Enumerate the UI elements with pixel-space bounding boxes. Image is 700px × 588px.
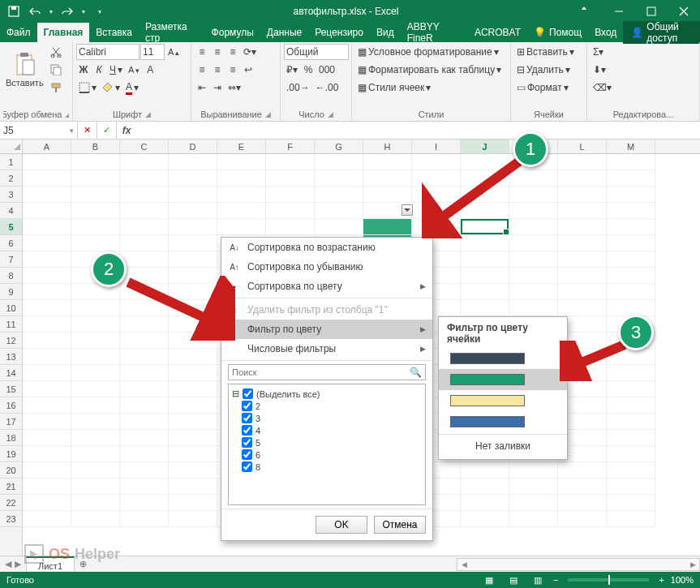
cut-icon[interactable] — [48, 44, 64, 60]
cell[interactable] — [169, 154, 217, 170]
increase-indent-icon[interactable]: ⇥ — [210, 79, 225, 96]
fill-icon[interactable]: ⬇▾ — [590, 62, 608, 78]
cell[interactable] — [607, 154, 655, 170]
cell[interactable] — [558, 170, 607, 187]
maximize-icon[interactable] — [635, 0, 668, 23]
row-header-5[interactable]: 5 — [0, 219, 22, 235]
row-header-10[interactable]: 10 — [0, 300, 22, 316]
dialog-launcher-icon[interactable]: ◢ — [65, 110, 69, 118]
row-header-21[interactable]: 21 — [0, 479, 22, 495]
cell[interactable] — [169, 300, 217, 316]
cell[interactable] — [412, 219, 461, 235]
decrease-indent-icon[interactable]: ⇤ — [195, 79, 209, 96]
cell[interactable] — [71, 495, 120, 511]
cell[interactable] — [315, 219, 363, 235]
cell[interactable] — [509, 251, 558, 268]
minimize-icon[interactable] — [603, 0, 635, 23]
cell[interactable] — [120, 365, 169, 381]
cell[interactable] — [607, 397, 655, 414]
cell[interactable] — [363, 219, 412, 235]
cell[interactable] — [607, 414, 655, 430]
cell[interactable] — [461, 251, 509, 268]
cell[interactable] — [607, 235, 655, 251]
cell[interactable] — [71, 349, 120, 365]
normal-view-icon[interactable]: ▦ — [480, 573, 498, 586]
cell[interactable] — [23, 446, 71, 462]
cell[interactable] — [363, 170, 412, 187]
cell[interactable] — [23, 154, 71, 170]
number-format-select[interactable] — [284, 44, 349, 60]
cell[interactable] — [71, 333, 120, 349]
cell[interactable] — [120, 349, 169, 365]
qat-customize-icon[interactable]: ▾ — [91, 2, 109, 20]
cell[interactable] — [509, 495, 558, 511]
wrap-text-icon[interactable]: ↩ — [241, 62, 256, 78]
paste-button[interactable]: Вставить — [3, 44, 46, 96]
row-header-17[interactable]: 17 — [0, 414, 22, 430]
cell[interactable] — [120, 284, 169, 300]
cell[interactable] — [558, 300, 607, 316]
cell[interactable] — [607, 203, 655, 219]
undo-icon[interactable] — [26, 2, 44, 20]
color-swatch[interactable] — [439, 390, 567, 411]
font-size-select[interactable] — [140, 44, 165, 60]
row-header-15[interactable]: 15 — [0, 381, 22, 397]
cell[interactable] — [607, 495, 655, 511]
cell[interactable] — [509, 187, 558, 203]
cell[interactable] — [217, 154, 266, 170]
cell[interactable] — [607, 479, 655, 495]
dialog-launcher-icon[interactable]: ◢ — [328, 110, 333, 118]
cell[interactable] — [71, 414, 120, 430]
cell[interactable] — [169, 170, 217, 187]
decrease-font-icon[interactable]: A▾ — [126, 62, 142, 78]
cell[interactable] — [23, 268, 71, 284]
checkbox[interactable] — [242, 425, 252, 436]
col-header-A[interactable]: A — [23, 139, 71, 153]
col-header-M[interactable]: M — [607, 139, 655, 153]
cell[interactable] — [461, 462, 509, 479]
checkbox[interactable] — [242, 461, 252, 472]
cell[interactable] — [120, 430, 169, 446]
italic-icon[interactable]: К — [92, 62, 106, 78]
delete-cells-button[interactable]: ⊟Удалить▾ — [514, 62, 583, 78]
cell[interactable] — [558, 495, 607, 511]
cell[interactable] — [120, 414, 169, 430]
cell[interactable] — [169, 495, 217, 511]
zoom-out-icon[interactable]: − — [553, 575, 558, 585]
cell[interactable] — [266, 154, 315, 170]
redo-more-icon[interactable]: ▾ — [79, 2, 88, 20]
cell[interactable] — [315, 154, 363, 170]
phonetic-icon[interactable]: A — [143, 62, 157, 78]
select-all-item[interactable]: ⊟(Выделить все) — [232, 388, 422, 400]
save-icon[interactable] — [5, 2, 23, 20]
cell[interactable] — [120, 462, 169, 479]
cell[interactable] — [23, 381, 71, 397]
row-header-1[interactable]: 1 — [0, 154, 22, 170]
cell[interactable] — [607, 349, 655, 365]
cell[interactable] — [23, 170, 71, 187]
row-header-4[interactable]: 4 — [0, 203, 22, 219]
cell[interactable] — [23, 430, 71, 446]
align-middle-icon[interactable]: ≡ — [210, 44, 225, 60]
cell[interactable] — [23, 349, 71, 365]
col-header-L[interactable]: L — [558, 139, 607, 153]
cell[interactable] — [169, 430, 217, 446]
align-center-icon[interactable]: ≡ — [210, 62, 225, 78]
cell[interactable] — [217, 187, 266, 203]
cell-styles-button[interactable]: ▦Стили ячеек▾ — [355, 79, 507, 96]
row-header-11[interactable]: 11 — [0, 316, 22, 333]
cell[interactable] — [120, 300, 169, 316]
tab-home[interactable]: Главная — [37, 23, 90, 42]
cell[interactable] — [71, 446, 120, 462]
cell[interactable] — [169, 511, 217, 527]
cell[interactable] — [23, 333, 71, 349]
filter-item[interactable]: 5 — [232, 436, 422, 449]
fill-color-icon[interactable]: ▾ — [100, 79, 122, 96]
cell[interactable] — [169, 235, 217, 251]
cell[interactable] — [71, 397, 120, 414]
cell[interactable] — [558, 203, 607, 219]
font-name-select[interactable] — [76, 44, 140, 60]
cell[interactable] — [120, 170, 169, 187]
clear-icon[interactable]: ⌫▾ — [590, 79, 614, 96]
cell[interactable] — [120, 397, 169, 414]
